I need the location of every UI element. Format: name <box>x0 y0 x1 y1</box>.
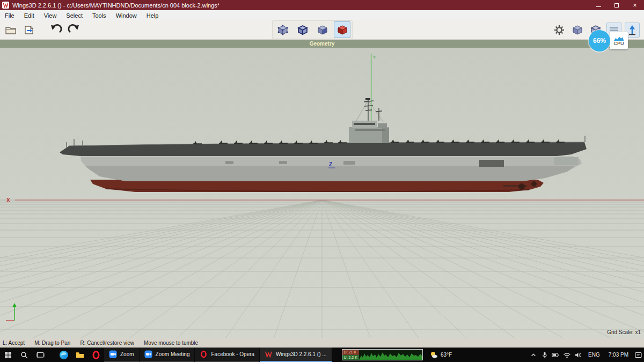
open-file-button[interactable] <box>3 23 18 38</box>
redo-button[interactable] <box>67 23 82 38</box>
taskbar-app-zoom[interactable]: Zoom <box>104 348 139 362</box>
toolbar <box>0 20 644 40</box>
start-icon <box>4 351 12 359</box>
open-file-icon <box>4 24 17 36</box>
origin-axis-widget <box>6 303 17 321</box>
menu-select[interactable]: Select <box>61 10 87 20</box>
body-mode-icon <box>336 24 349 36</box>
volume-icon <box>574 351 582 359</box>
menu-help[interactable]: Help <box>142 10 164 20</box>
opera-icon <box>200 350 208 358</box>
face-mode-button[interactable] <box>314 21 331 38</box>
ship-island <box>349 98 389 143</box>
window-title: Wings3D 2.2.6.1 () - c:/Users/MAYTINHDND… <box>12 2 589 9</box>
redo-icon <box>68 24 80 36</box>
status-middle-click: M: Drag to Pan <box>34 340 70 346</box>
microphone-icon <box>541 351 548 359</box>
undo-icon <box>49 24 62 36</box>
chevron-up-icon <box>530 351 537 359</box>
edge-mode-button[interactable] <box>294 21 311 38</box>
ship-model <box>60 136 587 192</box>
minimize-icon <box>596 6 601 7</box>
tray-volume-button[interactable] <box>573 348 584 362</box>
zoom-meeting-icon <box>144 350 152 358</box>
close-button[interactable]: × <box>626 0 644 10</box>
toolbar-file-group <box>3 20 82 39</box>
status-left-click: L: Accept <box>3 340 25 346</box>
z-axis-label: Z <box>329 161 332 167</box>
scene-svg: X Y <box>0 48 644 338</box>
progress-value: 66% <box>593 37 606 45</box>
taskbar-clock[interactable]: 7:03 PM <box>604 352 633 358</box>
settings-gear-icon <box>553 24 566 36</box>
action-center-button[interactable] <box>633 348 644 362</box>
cpu-graph-icon <box>613 35 624 41</box>
x-axis-label: X <box>6 197 10 203</box>
face-mode-icon <box>316 24 329 36</box>
y-axis-label: Y <box>373 55 376 60</box>
menubar: File Edit View Select Tools Window Help <box>0 10 644 20</box>
body-mode-button[interactable] <box>334 21 350 38</box>
wifi-icon <box>563 351 571 359</box>
upload-speed: U: 2.2 K <box>342 355 359 360</box>
search-icon <box>20 351 28 359</box>
taskbar: Zoom Zoom Meeting Facebook - Opera Wings… <box>0 348 644 362</box>
menu-file[interactable]: File <box>0 10 19 20</box>
window-controls: × <box>589 0 644 10</box>
edge-browser-button[interactable] <box>56 348 72 362</box>
import-button[interactable] <box>21 23 36 38</box>
status-hint: Move mouse to tumble <box>144 340 198 346</box>
network-speed-labels: D: 21 K U: 2.2 K <box>342 350 359 360</box>
folder-icon <box>75 350 85 360</box>
smooth-cube-icon <box>571 24 584 36</box>
undo-button[interactable] <box>48 23 63 38</box>
wings3d-logo-icon <box>265 350 273 358</box>
tray-mic-button[interactable] <box>539 348 550 362</box>
status-right-click: R: Cancel/restore view <box>80 340 134 346</box>
menu-view[interactable]: View <box>39 10 62 20</box>
taskbar-app-wings3d[interactable]: Wings3D 2.2.6.1 () ... <box>260 348 331 362</box>
zoom-icon <box>109 350 117 358</box>
smooth-preview-button[interactable] <box>570 23 585 38</box>
taskbar-app-label: Facebook - Opera <box>211 351 254 357</box>
taskbar-app-label: Zoom Meeting <box>156 351 190 357</box>
viewport-canvas[interactable]: X Y <box>0 48 644 338</box>
taskbar-search-button[interactable] <box>16 348 32 362</box>
tray-battery-button[interactable] <box>550 348 561 362</box>
menu-window[interactable]: Window <box>111 10 142 20</box>
maximize-icon <box>614 3 619 8</box>
edge-mode-icon <box>296 24 309 36</box>
geometry-window-header[interactable]: Geometry <box>0 40 644 48</box>
geometry-window-title: Geometry <box>310 41 335 47</box>
file-explorer-button[interactable] <box>72 348 88 362</box>
vertex-mode-button[interactable] <box>274 21 291 38</box>
temperature-label: 63°F <box>441 352 452 358</box>
import-icon <box>23 24 35 36</box>
taskbar-app-facebook-opera[interactable]: Facebook - Opera <box>195 348 259 362</box>
maximize-button[interactable] <box>608 0 626 10</box>
menu-tools[interactable]: Tools <box>87 10 111 20</box>
network-graph-icon <box>359 350 422 360</box>
download-speed: D: 21 K <box>342 350 359 355</box>
vertex-mode-icon <box>276 24 289 36</box>
taskbar-app-zoom-meeting[interactable]: Zoom Meeting <box>140 348 195 362</box>
taskbar-app-label: Wings3D 2.2.6.1 () ... <box>276 351 326 357</box>
network-monitor-widget[interactable]: D: 21 K U: 2.2 K <box>342 349 423 360</box>
grid-scale-label: Grid Scale: x1 <box>607 329 641 335</box>
progress-overlay-badge: 66% <box>589 30 610 51</box>
language-indicator[interactable]: ENG <box>584 352 604 358</box>
settings-button[interactable] <box>552 23 567 38</box>
menu-edit[interactable]: Edit <box>19 10 39 20</box>
start-button[interactable] <box>0 348 16 362</box>
task-view-button[interactable] <box>32 348 48 362</box>
notification-icon <box>634 351 642 359</box>
system-tray: ENG 7:03 PM <box>528 348 644 362</box>
tray-network-button[interactable] <box>561 348 573 362</box>
cpu-overlay-badge: CPU <box>610 32 628 49</box>
taskbar-app-label: Zoom <box>120 351 134 357</box>
minimize-button[interactable] <box>589 0 608 10</box>
weather-widget[interactable]: 63°F <box>429 351 452 359</box>
tray-expand-button[interactable] <box>528 348 539 362</box>
opera-browser-button[interactable] <box>88 348 104 362</box>
selection-mode-group <box>272 20 353 39</box>
